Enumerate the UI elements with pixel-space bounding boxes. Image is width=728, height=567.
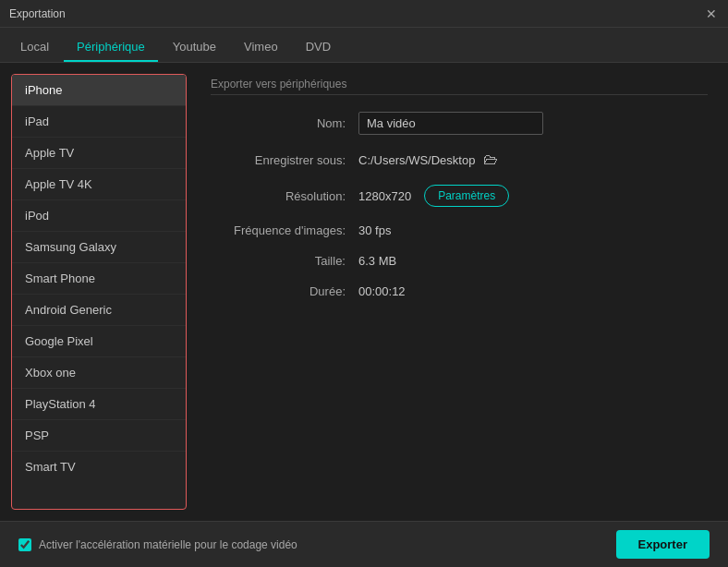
main-content: iPhone iPad Apple TV Apple TV 4K iPod Sa…: [0, 63, 728, 521]
tab-youtube[interactable]: Youtube: [160, 33, 229, 62]
duree-value: 00:00:12: [358, 284, 406, 298]
device-item-ipod[interactable]: iPod: [12, 200, 186, 232]
checkbox-row: Activer l'accélération matérielle pour l…: [18, 538, 297, 551]
resolution-label: Résolution:: [211, 189, 358, 203]
nom-row: Nom:: [211, 112, 708, 135]
enregistrer-sous-row: Enregistrer sous: C:/Users/WS/Desktop 🗁: [211, 151, 708, 168]
tab-peripherique[interactable]: Périphérique: [64, 33, 158, 62]
close-button[interactable]: ✕: [704, 6, 719, 21]
device-list: iPhone iPad Apple TV Apple TV 4K iPod Sa…: [11, 74, 187, 510]
duree-row: Durée: 00:00:12: [211, 284, 708, 298]
resolution-value: 1280x720 Paramètres: [358, 185, 509, 207]
tab-bar: Local Périphérique Youtube Vimeo DVD: [0, 28, 728, 63]
device-item-playstation-4[interactable]: PlayStation 4: [12, 389, 186, 420]
bottom-bar: Activer l'accélération matérielle pour l…: [0, 521, 728, 567]
section-title: Exporter vers périphériques: [211, 78, 708, 95]
nom-input[interactable]: [358, 112, 543, 135]
folder-icon[interactable]: 🗁: [482, 151, 499, 168]
device-item-iphone[interactable]: iPhone: [12, 75, 186, 106]
duree-label: Durée:: [211, 284, 358, 298]
parametres-button[interactable]: Paramètres: [424, 185, 509, 207]
resolution-text: 1280x720: [358, 189, 411, 203]
frequence-text: 30 fps: [358, 223, 391, 237]
device-item-apple-tv-4k[interactable]: Apple TV 4K: [12, 169, 186, 200]
enregistrer-sous-label: Enregistrer sous:: [211, 153, 358, 167]
window-title: Exportation: [9, 7, 66, 20]
export-button[interactable]: Exporter: [616, 530, 710, 559]
nom-value: [358, 112, 543, 135]
device-item-android-generic[interactable]: Android Generic: [12, 295, 186, 326]
device-item-psp[interactable]: PSP: [12, 420, 186, 452]
title-bar: Exportation ✕: [0, 0, 728, 28]
taille-row: Taille: 6.3 MB: [211, 254, 708, 268]
hardware-acceleration-checkbox[interactable]: [18, 538, 31, 551]
path-text: C:/Users/WS/Desktop: [358, 153, 475, 167]
device-item-google-pixel[interactable]: Google Pixel: [12, 326, 186, 357]
tab-vimeo[interactable]: Vimeo: [231, 33, 291, 62]
taille-text: 6.3 MB: [358, 254, 396, 268]
frequence-label: Fréquence d'images:: [211, 223, 358, 237]
device-item-smart-tv[interactable]: Smart TV: [12, 452, 186, 482]
frequence-row: Fréquence d'images: 30 fps: [211, 223, 708, 237]
taille-label: Taille:: [211, 254, 358, 268]
device-item-smart-phone[interactable]: Smart Phone: [12, 263, 186, 295]
nom-label: Nom:: [211, 116, 358, 130]
right-panel: Exporter vers périphériques Nom: Enregis…: [201, 74, 717, 510]
device-item-samsung-galaxy[interactable]: Samsung Galaxy: [12, 232, 186, 263]
frequence-value: 30 fps: [358, 223, 391, 237]
device-item-ipad[interactable]: iPad: [12, 106, 186, 138]
resolution-row: Résolution: 1280x720 Paramètres: [211, 185, 708, 207]
enregistrer-sous-value: C:/Users/WS/Desktop 🗁: [358, 151, 499, 168]
tab-local[interactable]: Local: [7, 33, 62, 62]
device-item-apple-tv[interactable]: Apple TV: [12, 138, 186, 169]
device-item-xbox-one[interactable]: Xbox one: [12, 357, 186, 389]
checkbox-label: Activer l'accélération matérielle pour l…: [39, 538, 297, 551]
duree-text: 00:00:12: [358, 284, 406, 298]
tab-dvd[interactable]: DVD: [293, 33, 344, 62]
taille-value: 6.3 MB: [358, 254, 396, 268]
